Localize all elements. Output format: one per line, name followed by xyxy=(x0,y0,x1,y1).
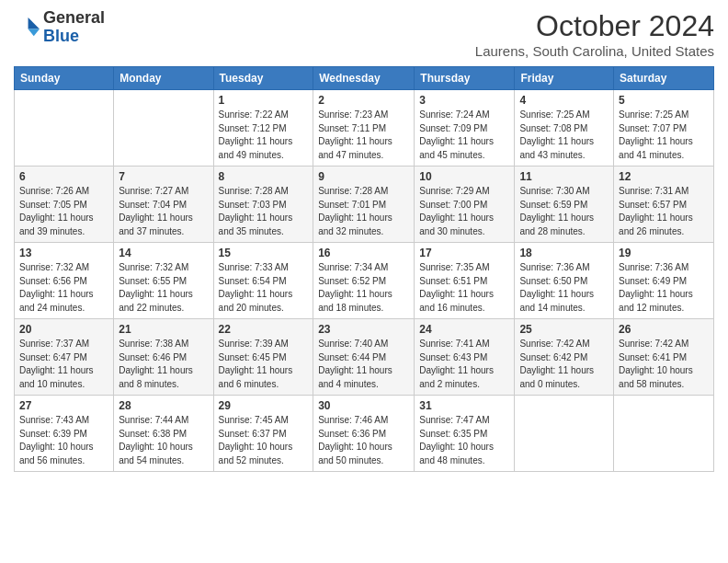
calendar-cell: 14Sunrise: 7:32 AM Sunset: 6:55 PM Dayli… xyxy=(114,243,213,319)
calendar-cell: 23Sunrise: 7:40 AM Sunset: 6:44 PM Dayli… xyxy=(313,319,415,396)
logo-icon xyxy=(14,15,40,40)
day-info: Sunrise: 7:44 AM Sunset: 6:38 PM Dayligh… xyxy=(119,414,208,467)
calendar-cell xyxy=(515,396,614,472)
day-number: 9 xyxy=(318,170,409,183)
calendar-cell: 18Sunrise: 7:36 AM Sunset: 6:50 PM Dayli… xyxy=(515,243,614,319)
calendar-cell: 29Sunrise: 7:45 AM Sunset: 6:37 PM Dayli… xyxy=(213,396,313,472)
calendar-cell: 28Sunrise: 7:44 AM Sunset: 6:38 PM Dayli… xyxy=(114,396,213,472)
svg-marker-0 xyxy=(28,17,40,29)
day-info: Sunrise: 7:30 AM Sunset: 6:59 PM Dayligh… xyxy=(519,185,609,238)
calendar-cell: 22Sunrise: 7:39 AM Sunset: 6:45 PM Dayli… xyxy=(213,319,313,396)
day-number: 2 xyxy=(318,94,409,107)
calendar-week-3: 13Sunrise: 7:32 AM Sunset: 6:56 PM Dayli… xyxy=(15,243,714,319)
day-number: 28 xyxy=(119,399,208,412)
day-number: 10 xyxy=(419,170,509,183)
calendar-cell: 9Sunrise: 7:28 AM Sunset: 7:01 PM Daylig… xyxy=(313,167,415,243)
calendar-cell: 5Sunrise: 7:25 AM Sunset: 7:07 PM Daylig… xyxy=(614,90,714,167)
calendar-cell: 26Sunrise: 7:42 AM Sunset: 6:41 PM Dayli… xyxy=(614,319,714,396)
calendar-week-5: 27Sunrise: 7:43 AM Sunset: 6:39 PM Dayli… xyxy=(15,396,714,472)
day-number: 1 xyxy=(219,94,309,107)
calendar-cell: 13Sunrise: 7:32 AM Sunset: 6:56 PM Dayli… xyxy=(15,243,114,319)
day-number: 11 xyxy=(519,170,609,183)
day-info: Sunrise: 7:46 AM Sunset: 6:36 PM Dayligh… xyxy=(318,414,409,467)
calendar-cell: 16Sunrise: 7:34 AM Sunset: 6:52 PM Dayli… xyxy=(313,243,415,319)
day-number: 14 xyxy=(119,247,208,259)
day-number: 8 xyxy=(219,170,309,183)
calendar-cell: 31Sunrise: 7:47 AM Sunset: 6:35 PM Dayli… xyxy=(415,396,515,472)
day-info: Sunrise: 7:26 AM Sunset: 7:05 PM Dayligh… xyxy=(19,185,108,238)
calendar-cell: 27Sunrise: 7:43 AM Sunset: 6:39 PM Dayli… xyxy=(15,396,114,472)
day-number: 17 xyxy=(419,247,509,259)
day-number: 30 xyxy=(318,399,409,412)
logo-text: General Blue xyxy=(43,9,105,46)
day-number: 15 xyxy=(219,247,309,259)
day-number: 13 xyxy=(19,247,108,259)
day-number: 6 xyxy=(19,170,108,183)
day-number: 31 xyxy=(419,399,509,412)
calendar-header-thursday: Thursday xyxy=(415,67,515,90)
day-info: Sunrise: 7:35 AM Sunset: 6:51 PM Dayligh… xyxy=(419,261,509,315)
day-number: 27 xyxy=(19,399,108,412)
day-info: Sunrise: 7:36 AM Sunset: 6:50 PM Dayligh… xyxy=(519,261,609,315)
day-number: 19 xyxy=(619,247,709,259)
day-number: 7 xyxy=(119,170,208,183)
day-info: Sunrise: 7:28 AM Sunset: 7:03 PM Dayligh… xyxy=(219,185,309,238)
day-info: Sunrise: 7:33 AM Sunset: 6:54 PM Dayligh… xyxy=(219,261,309,315)
day-info: Sunrise: 7:22 AM Sunset: 7:12 PM Dayligh… xyxy=(219,109,309,162)
calendar-cell: 11Sunrise: 7:30 AM Sunset: 6:59 PM Dayli… xyxy=(515,167,614,243)
calendar-cell: 30Sunrise: 7:46 AM Sunset: 6:36 PM Dayli… xyxy=(313,396,415,472)
day-number: 5 xyxy=(619,94,709,107)
calendar-cell: 4Sunrise: 7:25 AM Sunset: 7:08 PM Daylig… xyxy=(515,90,614,167)
day-info: Sunrise: 7:28 AM Sunset: 7:01 PM Dayligh… xyxy=(318,185,409,238)
calendar-cell: 10Sunrise: 7:29 AM Sunset: 7:00 PM Dayli… xyxy=(415,167,515,243)
day-info: Sunrise: 7:45 AM Sunset: 6:37 PM Dayligh… xyxy=(219,414,309,467)
logo-blue: Blue xyxy=(43,28,105,46)
day-info: Sunrise: 7:42 AM Sunset: 6:41 PM Dayligh… xyxy=(619,338,709,391)
header: General Blue October 2024 Laurens, South… xyxy=(14,9,714,59)
day-number: 26 xyxy=(619,323,709,336)
day-info: Sunrise: 7:42 AM Sunset: 6:42 PM Dayligh… xyxy=(519,338,609,391)
day-number: 25 xyxy=(519,323,609,336)
calendar-cell: 21Sunrise: 7:38 AM Sunset: 6:46 PM Dayli… xyxy=(114,319,213,396)
day-number: 16 xyxy=(318,247,409,259)
day-number: 12 xyxy=(619,170,709,183)
day-info: Sunrise: 7:27 AM Sunset: 7:04 PM Dayligh… xyxy=(119,185,208,238)
calendar-cell xyxy=(15,90,114,167)
calendar-cell: 25Sunrise: 7:42 AM Sunset: 6:42 PM Dayli… xyxy=(515,319,614,396)
calendar-header-sunday: Sunday xyxy=(15,67,114,90)
calendar: SundayMondayTuesdayWednesdayThursdayFrid… xyxy=(14,66,714,472)
svg-marker-1 xyxy=(28,29,40,36)
day-info: Sunrise: 7:39 AM Sunset: 6:45 PM Dayligh… xyxy=(219,338,309,391)
calendar-cell: 15Sunrise: 7:33 AM Sunset: 6:54 PM Dayli… xyxy=(213,243,313,319)
day-number: 23 xyxy=(318,323,409,336)
day-number: 21 xyxy=(119,323,208,336)
calendar-cell: 1Sunrise: 7:22 AM Sunset: 7:12 PM Daylig… xyxy=(213,90,313,167)
day-info: Sunrise: 7:32 AM Sunset: 6:55 PM Dayligh… xyxy=(119,261,208,315)
day-number: 20 xyxy=(19,323,108,336)
calendar-cell: 17Sunrise: 7:35 AM Sunset: 6:51 PM Dayli… xyxy=(415,243,515,319)
location-title: Laurens, South Carolina, United States xyxy=(475,43,714,59)
day-info: Sunrise: 7:43 AM Sunset: 6:39 PM Dayligh… xyxy=(19,414,108,467)
logo-general: General xyxy=(43,9,105,28)
calendar-cell xyxy=(614,396,714,472)
day-info: Sunrise: 7:41 AM Sunset: 6:43 PM Dayligh… xyxy=(419,338,509,391)
calendar-cell xyxy=(114,90,213,167)
calendar-header-saturday: Saturday xyxy=(614,67,714,90)
day-number: 4 xyxy=(519,94,609,107)
calendar-header-friday: Friday xyxy=(515,67,614,90)
month-title: October 2024 xyxy=(475,9,714,43)
calendar-week-2: 6Sunrise: 7:26 AM Sunset: 7:05 PM Daylig… xyxy=(15,167,714,243)
calendar-cell: 2Sunrise: 7:23 AM Sunset: 7:11 PM Daylig… xyxy=(313,90,415,167)
logo-area: General Blue xyxy=(14,9,105,46)
calendar-cell: 3Sunrise: 7:24 AM Sunset: 7:09 PM Daylig… xyxy=(415,90,515,167)
calendar-cell: 19Sunrise: 7:36 AM Sunset: 6:49 PM Dayli… xyxy=(614,243,714,319)
day-info: Sunrise: 7:29 AM Sunset: 7:00 PM Dayligh… xyxy=(419,185,509,238)
calendar-cell: 7Sunrise: 7:27 AM Sunset: 7:04 PM Daylig… xyxy=(114,167,213,243)
day-info: Sunrise: 7:32 AM Sunset: 6:56 PM Dayligh… xyxy=(19,261,108,315)
day-number: 3 xyxy=(419,94,509,107)
day-info: Sunrise: 7:34 AM Sunset: 6:52 PM Dayligh… xyxy=(318,261,409,315)
page: General Blue October 2024 Laurens, South… xyxy=(0,0,728,563)
day-info: Sunrise: 7:23 AM Sunset: 7:11 PM Dayligh… xyxy=(318,109,409,162)
calendar-cell: 12Sunrise: 7:31 AM Sunset: 6:57 PM Dayli… xyxy=(614,167,714,243)
day-info: Sunrise: 7:25 AM Sunset: 7:08 PM Dayligh… xyxy=(519,109,609,162)
